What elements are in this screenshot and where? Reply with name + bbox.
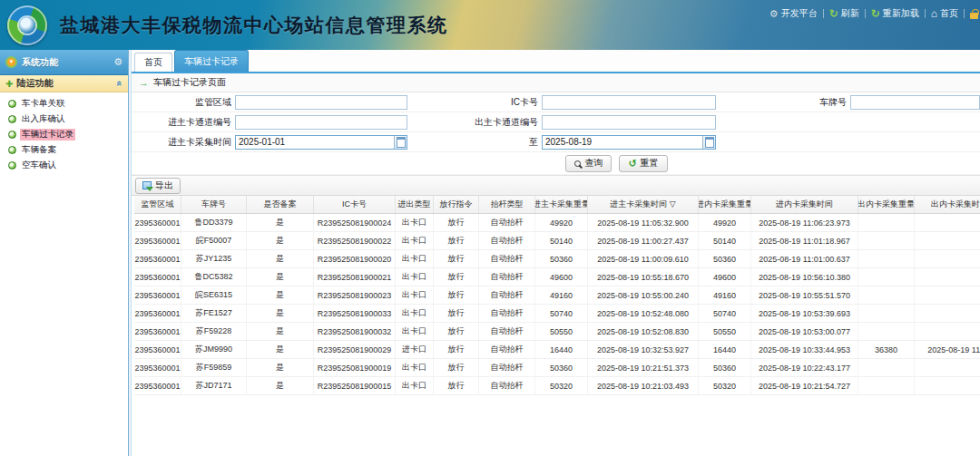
- table-cell: [858, 250, 915, 267]
- table-row[interactable]: 2395360001苏JY1235是R239525081900020出卡口放行自…: [134, 250, 980, 268]
- gear-icon: ⚙: [769, 9, 779, 19]
- table-cell: [915, 214, 980, 231]
- column-header[interactable]: 车牌号: [181, 196, 247, 213]
- export-button[interactable]: 导出: [135, 178, 181, 194]
- entry-channel-input[interactable]: [235, 115, 407, 130]
- table-cell: 2395360001: [134, 341, 181, 358]
- end-date-field: [542, 135, 716, 150]
- collapse-icon[interactable]: «: [114, 81, 125, 86]
- refresh-icon: ↻: [829, 8, 838, 19]
- table-cell: 2025-08-19 10:32:53.927: [588, 341, 699, 358]
- plate-number-input[interactable]: [850, 95, 980, 110]
- reload-icon: ↻: [871, 8, 880, 19]
- column-header[interactable]: 是否备案: [247, 196, 314, 213]
- column-header[interactable]: 进内卡采集重量: [699, 196, 751, 213]
- region-input[interactable]: [235, 95, 407, 110]
- undo-icon: ↺: [628, 159, 636, 169]
- table-cell: 放行: [434, 377, 479, 394]
- table-cell: 50320: [535, 377, 588, 394]
- sidebar-item-gate-records[interactable]: 车辆过卡记录: [8, 127, 128, 142]
- table-cell: 出卡口: [396, 323, 434, 340]
- breadcrumb-arrow-icon: →: [139, 77, 149, 88]
- nav-dev-platform[interactable]: ⚙ 开发平台: [769, 7, 818, 20]
- table-row[interactable]: 2395360001鲁DD3379是R239525081900024出卡口放行自…: [134, 214, 980, 232]
- table-row[interactable]: 2395360001苏JM9990是R239525081900029进卡口放行自…: [134, 341, 980, 359]
- panel-toggle-icon[interactable]: ▼: [5, 56, 17, 68]
- records-table: 监管区域车牌号是否备案IC卡号进出类型放行指令抬杆类型进主卡采集重量进主卡采集时…: [132, 196, 980, 395]
- table-cell: 皖F50007: [181, 232, 247, 249]
- table-cell: 出卡口: [396, 305, 434, 322]
- panel-gear-icon[interactable]: ⚙: [113, 56, 122, 68]
- table-cell: 出卡口: [396, 359, 434, 376]
- table-row[interactable]: 2395360001皖F50007是R239525081900022出卡口放行自…: [134, 232, 980, 250]
- sidebar-item-empty-truck-confirm[interactable]: 空车确认: [8, 158, 128, 173]
- sidebar-item-vehicle-filing[interactable]: 车辆备案: [8, 142, 128, 158]
- table-cell: 50550: [699, 323, 751, 340]
- column-header[interactable]: 进主卡采集重量: [535, 196, 588, 213]
- table-cell: [858, 286, 915, 304]
- table-cell: 放行: [434, 305, 479, 322]
- table-cell: 放行: [434, 250, 479, 267]
- table-cell: 出卡口: [396, 286, 434, 304]
- table-cell: 2025-08-19 11:00:27.437: [588, 232, 699, 249]
- table-cell: 2395360001: [134, 214, 181, 231]
- nav-reload[interactable]: ↻ 重新加载: [871, 7, 919, 20]
- calendar-icon[interactable]: [394, 136, 407, 149]
- sidebar-group-header[interactable]: ✚ 陆运功能 «: [0, 75, 128, 92]
- table-cell: R239525081900024: [314, 214, 396, 231]
- ic-card-input[interactable]: [542, 95, 716, 110]
- tab-gate-records[interactable]: 车辆过卡记录: [174, 50, 249, 72]
- calendar-icon[interactable]: [702, 136, 715, 149]
- column-header[interactable]: 进主卡采集时间 ▽: [588, 196, 699, 213]
- table-cell: 是: [247, 286, 314, 304]
- table-cell: [858, 232, 915, 249]
- table-row[interactable]: 2395360001苏F59859是R239525081900019出卡口放行自…: [134, 359, 980, 377]
- sidebar-item-warehouse-confirm[interactable]: 出入库确认: [8, 112, 128, 127]
- home-icon: ⌂: [931, 8, 937, 19]
- table-cell: [858, 359, 915, 376]
- table-cell: R239525081900032: [314, 323, 396, 340]
- sidebar-panel-header[interactable]: ▼ 系统功能 ⚙: [0, 50, 128, 75]
- tab-strip: 首页 车辆过卡记录: [132, 50, 980, 73]
- table-row[interactable]: 2395360001苏FE1527是R239525081900033出卡口放行自…: [134, 305, 980, 323]
- column-header[interactable]: 出内卡采集时间: [915, 196, 980, 213]
- table-cell: 2025-08-19 10:22:43.177: [751, 359, 858, 376]
- table-row[interactable]: 2395360001皖SE6315是R239525081900023出卡口放行自…: [134, 286, 980, 305]
- column-header[interactable]: 进内卡采集时间: [751, 196, 858, 213]
- tab-home[interactable]: 首页: [134, 53, 172, 72]
- column-header[interactable]: 进出类型: [396, 196, 434, 213]
- column-header[interactable]: 放行指令: [434, 196, 479, 213]
- table-cell: 2395360001: [134, 286, 181, 304]
- end-date-input[interactable]: [543, 136, 702, 149]
- table-cell: 出卡口: [396, 214, 434, 231]
- table-cell: 2395360001: [134, 305, 181, 322]
- table-cell: 自动抬杆: [479, 377, 535, 394]
- nav-refresh[interactable]: ↻ 刷新: [829, 7, 859, 20]
- column-header[interactable]: 出内卡采集重量: [858, 196, 915, 213]
- table-row[interactable]: 2395360001苏F59228是R239525081900032出卡口放行自…: [134, 323, 980, 341]
- sidebar-item-card-bill-link[interactable]: 车卡单关联: [8, 96, 128, 112]
- table-cell: 2025-08-19 10:52:48.080: [588, 305, 699, 322]
- column-header[interactable]: 监管区域: [134, 196, 181, 213]
- field-label: 监管区域: [132, 96, 235, 109]
- query-button[interactable]: 查询: [565, 155, 612, 172]
- column-header[interactable]: IC卡号: [314, 196, 396, 213]
- table-row[interactable]: 2395360001鲁DC5382是R239525081900021出卡口放行自…: [134, 268, 980, 286]
- reset-button[interactable]: ↺ 重置: [619, 155, 667, 172]
- actions-bar: 查询 ↺ 重置: [132, 152, 980, 175]
- start-date-input[interactable]: [236, 136, 394, 149]
- nav-logout[interactable]: [970, 9, 978, 19]
- column-header[interactable]: 抬杆类型: [479, 196, 535, 213]
- table-cell: 49600: [535, 268, 588, 286]
- table-cell: 放行: [434, 214, 479, 231]
- table-row[interactable]: 2395360001苏JD7171是R239525081900015出卡口放行自…: [134, 377, 980, 395]
- app-logo-icon: [7, 5, 47, 45]
- table-cell: 2395360001: [134, 250, 181, 267]
- nav-home[interactable]: ⌂ 首页: [931, 7, 958, 20]
- exit-channel-input[interactable]: [542, 115, 716, 130]
- table-cell: 是: [247, 268, 314, 286]
- table-cell: 2025-08-19 10:56:10.380: [751, 268, 858, 286]
- table-cell: 2025-08-19 10:21:51.373: [588, 359, 699, 376]
- table-cell: 鲁DC5382: [181, 268, 247, 286]
- table-cell: [915, 377, 980, 394]
